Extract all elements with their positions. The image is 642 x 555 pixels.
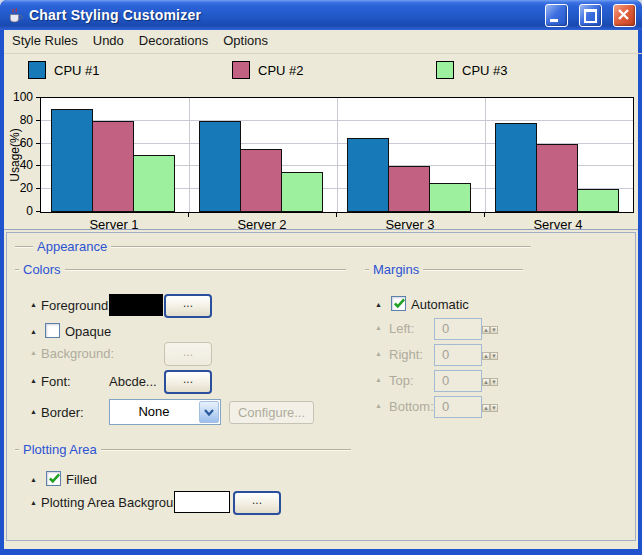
bar-server-2-cpu1 bbox=[199, 121, 241, 212]
colors-group-line bbox=[15, 269, 346, 270]
filled-checkbox[interactable] bbox=[46, 471, 61, 486]
legend-label: CPU #1 bbox=[54, 63, 100, 78]
filled-marker-icon: ▲ bbox=[30, 475, 37, 485]
filled-label: Filled bbox=[66, 472, 97, 487]
window: Chart Styling Customizer Style RulesUndo… bbox=[0, 0, 642, 555]
spinner-buttons: ▲▼ bbox=[482, 344, 496, 366]
window-controls bbox=[545, 4, 636, 27]
margin-field-label: Bottom: bbox=[389, 399, 434, 414]
bar-server-4-cpu1 bbox=[495, 123, 537, 212]
automatic-label: Automatic bbox=[411, 297, 469, 312]
legend-swatch bbox=[436, 61, 454, 79]
bar-server-1-cpu3 bbox=[133, 155, 175, 212]
bar-server-3-cpu3 bbox=[429, 183, 471, 212]
bar-server-2-cpu3 bbox=[281, 172, 323, 212]
spinner-up-icon: ▲ bbox=[482, 326, 490, 334]
border-marker-icon: ▲ bbox=[30, 407, 37, 417]
plotting-area-background-label: Plotting Area Background: bbox=[41, 495, 191, 510]
font-button[interactable]: ... bbox=[164, 370, 212, 394]
spinner-buttons: ▲▼ bbox=[482, 370, 496, 392]
font-marker-icon: ▲ bbox=[30, 376, 37, 386]
java-cup-icon bbox=[7, 7, 24, 24]
margin-field-label: Top: bbox=[389, 373, 414, 388]
margins-group-title: Margins bbox=[369, 262, 423, 277]
bar-server-3-cpu2 bbox=[388, 166, 430, 212]
y-tick-label: 0 bbox=[6, 205, 33, 217]
bar-server-1-cpu1 bbox=[51, 109, 93, 212]
window-title: Chart Styling Customizer bbox=[29, 7, 201, 23]
background-marker-icon: ▲ bbox=[30, 348, 37, 358]
bar-server-3-cpu1 bbox=[347, 138, 389, 212]
opaque-checkbox[interactable] bbox=[45, 323, 60, 338]
border-label: Border: bbox=[41, 405, 84, 420]
bar-server-2-cpu2 bbox=[240, 149, 282, 212]
opaque-label: Opaque bbox=[65, 324, 111, 339]
border-select[interactable]: None bbox=[109, 399, 221, 425]
close-icon[interactable] bbox=[613, 4, 636, 27]
plotting-area-background-marker-icon: ▲ bbox=[30, 498, 37, 508]
maximize-icon[interactable] bbox=[579, 4, 602, 27]
v-gridline bbox=[337, 98, 338, 212]
margin-left-spinner: 0▲▼ bbox=[434, 318, 496, 340]
plotting-area-background-swatch[interactable] bbox=[174, 491, 230, 513]
bar-server-4-cpu2 bbox=[536, 144, 578, 212]
legend-label: CPU #2 bbox=[258, 63, 304, 78]
chart-panel: Usage(%) CPU #1CPU #2CPU #3020406080100S… bbox=[4, 51, 638, 230]
plotting-area-background-button[interactable]: ... bbox=[233, 491, 281, 515]
margin-bottom-marker-icon: ▲ bbox=[375, 401, 382, 411]
x-category-label: Server 3 bbox=[336, 217, 484, 232]
spinner-up-icon: ▲ bbox=[482, 352, 490, 360]
x-category-label: Server 4 bbox=[484, 217, 632, 232]
legend-item: CPU #3 bbox=[436, 61, 508, 79]
border-select-value: None bbox=[110, 400, 198, 424]
y-tick-label: 100 bbox=[6, 91, 33, 103]
bar-server-1-cpu2 bbox=[92, 121, 134, 212]
spinner-value: 0 bbox=[434, 318, 482, 340]
appearance-group-title: Appearance bbox=[33, 239, 111, 254]
y-tick-mark bbox=[36, 97, 40, 98]
legend-item: CPU #2 bbox=[232, 61, 304, 79]
v-gridline bbox=[485, 98, 486, 212]
menu-item-style-rules[interactable]: Style Rules bbox=[12, 33, 78, 53]
menu-item-undo[interactable]: Undo bbox=[93, 33, 124, 53]
menu-item-options[interactable]: Options bbox=[223, 33, 268, 53]
legend-label: CPU #3 bbox=[462, 63, 508, 78]
legend-swatch bbox=[28, 61, 46, 79]
foreground-color-swatch[interactable] bbox=[109, 294, 163, 316]
automatic-checkbox[interactable] bbox=[391, 296, 406, 311]
foreground-color-button[interactable]: ... bbox=[164, 294, 212, 318]
v-gridline bbox=[189, 98, 190, 212]
y-tick-mark bbox=[36, 165, 40, 166]
margin-top-spinner: 0▲▼ bbox=[434, 370, 496, 392]
spinner-up-icon: ▲ bbox=[482, 378, 490, 386]
spinner-down-icon: ▼ bbox=[490, 404, 498, 412]
bar-server-4-cpu3 bbox=[577, 189, 619, 212]
titlebar: Chart Styling Customizer bbox=[0, 0, 642, 30]
margin-right-marker-icon: ▲ bbox=[375, 349, 382, 359]
margin-top-marker-icon: ▲ bbox=[375, 375, 382, 385]
appearance-panel: Appearance Colors ▲ Foreground: ... ▲ Op… bbox=[6, 232, 636, 541]
y-tick-label: 20 bbox=[6, 182, 33, 194]
minimize-icon[interactable] bbox=[545, 4, 568, 27]
background-color-button: ... bbox=[164, 342, 212, 366]
menu-item-decorations[interactable]: Decorations bbox=[139, 33, 208, 53]
foreground-marker-icon: ▲ bbox=[30, 300, 37, 310]
margin-bottom-spinner: 0▲▼ bbox=[434, 396, 496, 418]
opaque-marker-icon: ▲ bbox=[30, 327, 37, 337]
foreground-label: Foreground: bbox=[41, 298, 112, 313]
spinner-value: 0 bbox=[434, 344, 482, 366]
y-tick-label: 80 bbox=[6, 114, 33, 126]
spinner-down-icon: ▼ bbox=[490, 326, 498, 334]
y-tick-mark bbox=[36, 120, 40, 121]
y-tick-mark bbox=[36, 143, 40, 144]
margin-right-spinner: 0▲▼ bbox=[434, 344, 496, 366]
margin-field-label: Right: bbox=[389, 347, 423, 362]
y-tick-label: 60 bbox=[6, 137, 33, 149]
margin-left-marker-icon: ▲ bbox=[375, 323, 382, 333]
chevron-down-icon[interactable] bbox=[199, 401, 219, 423]
plot-area bbox=[40, 97, 634, 213]
window-body: Style RulesUndoDecorationsOptions Usage(… bbox=[4, 30, 638, 549]
automatic-marker-icon: ▲ bbox=[375, 300, 382, 310]
legend-swatch bbox=[232, 61, 250, 79]
x-category-label: Server 2 bbox=[188, 217, 336, 232]
